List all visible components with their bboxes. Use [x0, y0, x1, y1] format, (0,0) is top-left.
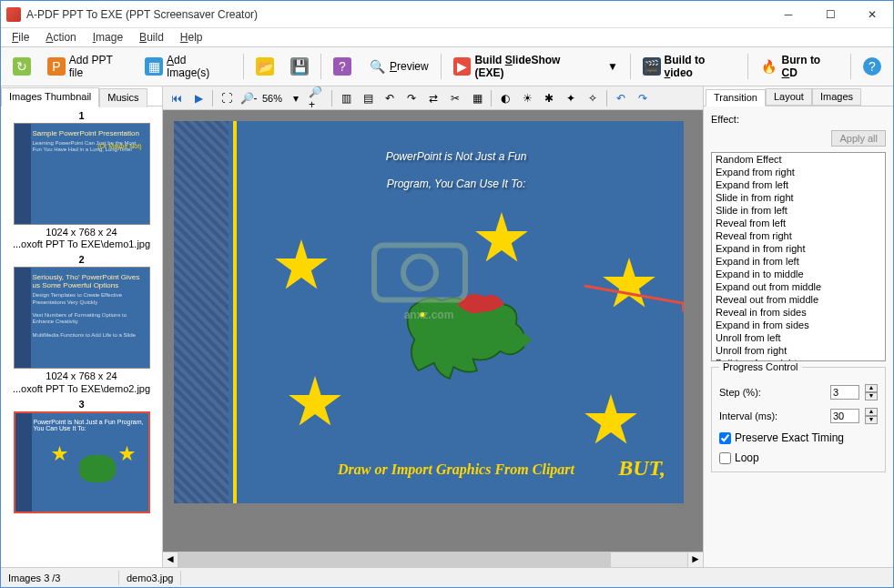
close-button[interactable]: ✕ — [851, 1, 893, 28]
nav-first-button[interactable]: ⏮ — [167, 89, 187, 107]
menu-file[interactable]: File — [5, 29, 36, 46]
tab-transition[interactable]: Transition — [706, 89, 766, 106]
list-item[interactable]: Expand in from left — [712, 255, 885, 268]
list-item[interactable]: Reveal from left — [712, 217, 885, 229]
magnifier-icon: 🔍 — [368, 57, 386, 76]
effect2-button[interactable]: ✧ — [583, 89, 603, 107]
crop-button[interactable]: ✂ — [445, 89, 465, 107]
effect-listbox[interactable]: Random Effect Expand from right Expand f… — [711, 152, 886, 361]
maximize-button[interactable]: ☐ — [809, 1, 851, 28]
list-item[interactable]: Expand from left — [712, 178, 885, 191]
open-button[interactable]: 📂 — [249, 52, 280, 81]
list-item[interactable]: Expand out from middle — [712, 280, 885, 293]
effect1-button[interactable]: ✦ — [561, 89, 581, 107]
about-button[interactable]: ? — [857, 52, 888, 81]
annotation-arrow-head — [682, 301, 684, 312]
menu-help[interactable]: Help — [173, 29, 210, 46]
interval-down-button[interactable]: ▼ — [865, 416, 878, 424]
minimize-button[interactable]: ─ — [767, 1, 809, 28]
horizontal-scrollbar[interactable]: ◄ ► — [163, 552, 703, 567]
zoom-dropdown[interactable]: ▾ — [286, 89, 306, 107]
tab-musics[interactable]: Musics — [99, 88, 147, 107]
contrast-button[interactable]: ◐ — [495, 89, 515, 107]
build-slideshow-dropdown[interactable]: ▼ — [601, 52, 625, 81]
menu-action[interactable]: Action — [38, 29, 83, 46]
status-filename: demo3.jpg — [119, 571, 181, 585]
slide-but-text: BUT, — [618, 456, 665, 481]
interval-up-button[interactable]: ▲ — [865, 408, 878, 416]
add-images-button[interactable]: ▦Add Image(s) — [138, 52, 238, 81]
preview-toolbar: ⏮ ▶ ⛶ 🔎- 56% ▾ 🔎+ ▥ ▤ ↶ ↷ ⇄ ✂ ▦ ◐ ☀ ✱ ✦ … — [163, 86, 703, 110]
step-input[interactable] — [830, 385, 859, 400]
slide-preview: PowerPoint is Not Just a FunProgram, You… — [174, 121, 684, 503]
rotate-right-button[interactable]: ↷ — [401, 89, 422, 107]
add-ppt-button[interactable]: PAdd PPT file — [41, 52, 135, 81]
thumbnail-2[interactable]: 2 Seriously, Tho' PowerPoint Gives us So… — [5, 254, 158, 394]
thumbnail-1[interactable]: 1 Sample PowerPoint PresentationLearning… — [5, 110, 158, 250]
fit-window-button[interactable]: ⛶ — [217, 89, 237, 107]
tab-images[interactable]: Images — [812, 88, 861, 106]
interval-input[interactable] — [830, 409, 859, 423]
folder-open-icon: 📂 — [256, 57, 274, 76]
refresh-button[interactable]: ↻ — [6, 52, 37, 81]
list-item[interactable]: Slide in from left — [712, 204, 885, 217]
undo-button[interactable]: ↶ — [611, 89, 631, 107]
list-item[interactable]: Expand from right — [712, 166, 885, 178]
preview-button[interactable]: 🔍Preview — [361, 52, 435, 81]
ppt-icon: P — [47, 57, 66, 76]
thumbnail-list[interactable]: 1 Sample PowerPoint PresentationLearning… — [1, 106, 162, 567]
color-button[interactable]: ▦ — [467, 89, 487, 107]
menu-image[interactable]: Image — [86, 29, 130, 46]
question-icon: ? — [863, 57, 881, 76]
list-item[interactable]: Reveal out from middle — [712, 293, 885, 306]
svg-point-0 — [420, 312, 424, 317]
list-item[interactable]: Reveal from right — [712, 229, 885, 242]
menu-build[interactable]: Build — [132, 29, 171, 46]
list-item[interactable]: Expand in from sides — [712, 319, 885, 331]
dragon-graphic — [383, 285, 547, 394]
properties-panel: Transition Layout Images Effect: Apply a… — [704, 86, 893, 567]
tab-layout[interactable]: Layout — [766, 88, 812, 106]
list-item[interactable]: Expand in to middle — [712, 268, 885, 280]
thumbnail-3[interactable]: 3 PowerPoint is Not Just a Fun Program, … — [5, 399, 158, 513]
help-small-button[interactable]: ? — [327, 52, 358, 81]
brightness-up-button[interactable]: ☀ — [517, 89, 537, 107]
redo-button[interactable]: ↷ — [633, 89, 653, 107]
zoom-value: 56% — [260, 93, 284, 104]
nav-play-button[interactable]: ▶ — [188, 89, 208, 107]
zoom-in-button[interactable]: 🔎+ — [308, 89, 328, 107]
flip-h-button[interactable]: ▥ — [336, 89, 356, 107]
step-down-button[interactable]: ▼ — [865, 392, 878, 400]
list-item[interactable]: Unroll from right — [712, 344, 885, 357]
preview-canvas[interactable]: PowerPoint is Not Just a FunProgram, You… — [163, 110, 703, 552]
list-item[interactable]: Unroll from left — [712, 331, 885, 344]
brightness-down-button[interactable]: ✱ — [539, 89, 559, 107]
list-item[interactable]: Slide in from right — [712, 191, 885, 204]
rotate-left-button[interactable]: ↶ — [380, 89, 400, 107]
loop-checkbox[interactable] — [719, 452, 731, 464]
save-button[interactable]: 💾 — [284, 52, 315, 81]
flip-v-button[interactable]: ▤ — [358, 89, 378, 107]
list-item[interactable]: Expand in from right — [712, 242, 885, 255]
flame-icon: 🔥 — [760, 57, 778, 76]
preserve-timing-checkbox[interactable] — [719, 432, 731, 444]
floppy-icon: 💾 — [290, 57, 309, 76]
tab-images-thumbnail[interactable]: Images Thumbnail — [1, 87, 99, 106]
mirror-button[interactable]: ⇄ — [423, 89, 443, 107]
burn-cd-button[interactable]: 🔥Burn to CD — [754, 52, 845, 81]
progress-control-group: Progress Control Step (%): ▲▼ Interval (… — [711, 367, 886, 472]
window-title: A-PDF PPT To EXE (PPT Screensaver Creato… — [26, 8, 767, 21]
interval-label: Interval (ms): — [719, 411, 825, 421]
step-up-button[interactable]: ▲ — [865, 384, 878, 392]
list-item[interactable]: Random Effect — [712, 153, 885, 166]
build-slideshow-button[interactable]: ▶Build SlideShow (EXE) — [447, 52, 597, 81]
title-bar: A-PDF PPT To EXE (PPT Screensaver Creato… — [1, 1, 893, 28]
apply-all-button[interactable]: Apply all — [831, 130, 886, 147]
list-item[interactable]: Reveal in from sides — [712, 306, 885, 319]
step-label: Step (%): — [719, 387, 825, 398]
build-video-button[interactable]: 🎬Build to video — [636, 52, 742, 81]
effect-label: Effect: — [711, 114, 886, 125]
status-bar: Images 3 /3 demo3.jpg — [1, 567, 893, 587]
zoom-out-button[interactable]: 🔎- — [239, 89, 259, 107]
thumbnail-sidebar: Images Thumbnail Musics 1 Sample PowerPo… — [1, 86, 163, 567]
